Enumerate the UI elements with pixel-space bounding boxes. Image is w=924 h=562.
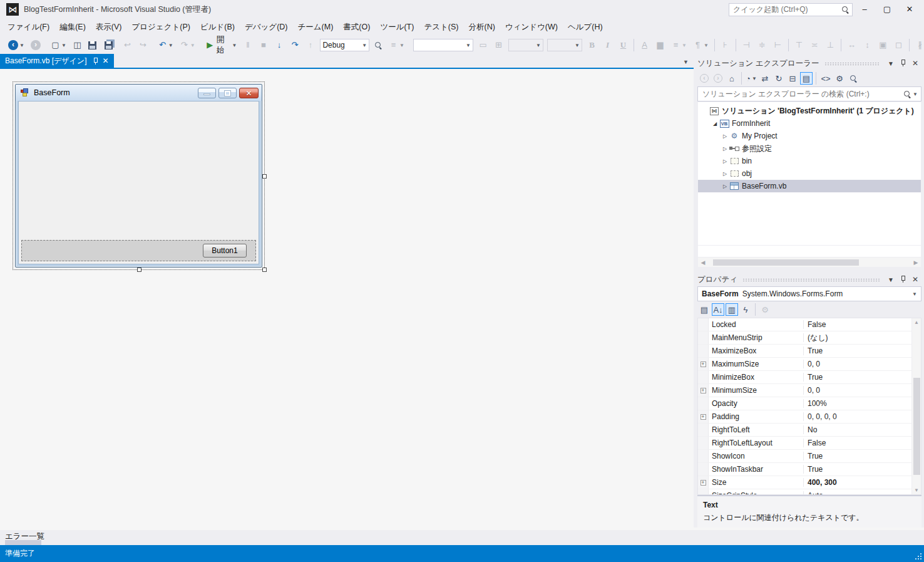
prop-row-maximizebox[interactable]: MaximizeBoxTrue bbox=[698, 345, 921, 358]
tree-item-project-forminherit[interactable]: ◢VBFormInherit bbox=[698, 117, 921, 130]
menu-format[interactable]: 書式(O) bbox=[338, 19, 375, 35]
prop-value[interactable]: False bbox=[804, 320, 921, 329]
uncomment-button[interactable]: ↪ bbox=[136, 38, 150, 52]
prop-row-showicon[interactable]: ShowIconTrue bbox=[698, 450, 921, 463]
window-close-button[interactable]: ✕ bbox=[899, 3, 920, 16]
se-back-button[interactable]: ‹ bbox=[698, 72, 711, 85]
prop-row-opacity[interactable]: Opacity100% bbox=[698, 397, 921, 410]
sync-with-active-document-button[interactable]: ⇄ bbox=[759, 72, 771, 85]
prop-value[interactable]: True bbox=[804, 346, 921, 355]
start-debug-button[interactable]: ▶開始▼ bbox=[203, 35, 240, 55]
tree-item-obj[interactable]: ▷obj bbox=[698, 167, 921, 180]
prop-value[interactable]: True bbox=[804, 452, 921, 461]
prop-row-size[interactable]: +Size400, 300 bbox=[698, 476, 921, 489]
preview-selected-items-button[interactable] bbox=[847, 72, 860, 85]
solution-explorer-hscrollbar[interactable]: ◀ ▶ bbox=[698, 257, 921, 267]
chevron-down-icon[interactable]: ▼ bbox=[362, 43, 367, 48]
form-close-button[interactable]: ✕ bbox=[239, 88, 259, 98]
window-minimize-button[interactable]: – bbox=[854, 3, 875, 16]
new-file-button[interactable]: ▢▼ bbox=[48, 38, 69, 52]
resize-handle-bottom[interactable] bbox=[137, 268, 141, 272]
window-position-dropdown-icon[interactable]: ▼ bbox=[885, 60, 897, 67]
expander-collapsed-icon[interactable]: ▷ bbox=[721, 146, 729, 152]
solution-configuration-combobox[interactable]: Debug▼ bbox=[320, 39, 369, 51]
align-bottom-button[interactable]: ⊥ bbox=[823, 38, 838, 52]
property-grid-vscrollbar[interactable]: ▲ ▼ bbox=[911, 318, 921, 494]
tree-item-solution[interactable]: ⋈ソリューション 'BlogTestFormInherit' (1 プロジェクト… bbox=[698, 105, 921, 117]
prop-row-showintaskbar[interactable]: ShowInTaskbarTrue bbox=[698, 463, 921, 476]
tree-item-bin[interactable]: ▷bin bbox=[698, 155, 921, 167]
window-maximize-button[interactable]: ▢ bbox=[876, 3, 898, 16]
expand-plus-icon[interactable]: + bbox=[701, 362, 706, 367]
properties-wrench-button[interactable]: ⚙ bbox=[833, 72, 846, 85]
form-maximize-button[interactable] bbox=[218, 88, 237, 98]
save-button[interactable] bbox=[86, 39, 99, 51]
step-into-button[interactable]: ↓ bbox=[272, 38, 286, 52]
prop-value[interactable]: 0, 0 bbox=[804, 386, 921, 395]
same-size-button[interactable]: ▣ bbox=[876, 38, 890, 52]
chevron-down-icon[interactable]: ▼ bbox=[190, 43, 195, 48]
chevron-down-icon[interactable]: ▼ bbox=[536, 43, 541, 48]
align-left-button[interactable]: ⊣ bbox=[739, 38, 754, 52]
tree-item-my-project[interactable]: ▷⚙My Project bbox=[698, 130, 921, 142]
menu-build[interactable]: ビルド(B) bbox=[195, 19, 240, 35]
events-button[interactable]: ϟ bbox=[739, 303, 752, 316]
menu-team[interactable]: チーム(M) bbox=[292, 19, 338, 35]
format-zoom-combobox[interactable]: ▼ bbox=[547, 39, 582, 51]
comment-out-button[interactable]: ↩ bbox=[120, 38, 135, 52]
menu-tools[interactable]: ツール(T) bbox=[375, 19, 419, 35]
categorized-button[interactable]: ▤ bbox=[698, 303, 711, 316]
navigate-backward-button[interactable]: ‹▼ bbox=[6, 38, 27, 52]
scroll-right-arrow-icon[interactable]: ▶ bbox=[911, 259, 921, 266]
hscroll-thumb[interactable] bbox=[713, 259, 859, 266]
tree-item-references[interactable]: ▷参照設定 bbox=[698, 142, 921, 155]
step-out-button[interactable]: ↑ bbox=[303, 38, 317, 52]
prop-row-minimizebox[interactable]: MinimizeBoxTrue bbox=[698, 371, 921, 384]
menu-help[interactable]: ヘルプ(H) bbox=[563, 19, 608, 35]
menu-view[interactable]: 表示(V) bbox=[91, 19, 127, 35]
same-width-button[interactable]: ↔ bbox=[844, 38, 859, 52]
pin-icon[interactable] bbox=[93, 57, 98, 65]
align-center-button[interactable]: ≑ bbox=[755, 38, 769, 52]
horizontal-spacing-button[interactable]: ∦▼ bbox=[913, 38, 924, 52]
prop-value[interactable]: 400, 300 bbox=[804, 478, 921, 487]
navigate-forward-button[interactable]: › bbox=[28, 38, 43, 52]
prop-value[interactable]: False bbox=[804, 439, 921, 447]
prop-value[interactable]: 100% bbox=[804, 399, 921, 408]
find-in-files-button[interactable] bbox=[372, 39, 385, 51]
selection-margin-button[interactable]: ▭ bbox=[476, 38, 490, 52]
prop-row-minimumsize[interactable]: +MinimumSize0, 0 bbox=[698, 384, 921, 397]
prop-row-locked[interactable]: LockedFalse bbox=[698, 318, 921, 331]
prop-row-righttoleft[interactable]: RightToLeftNo bbox=[698, 424, 921, 437]
open-file-button[interactable]: ◫ bbox=[70, 38, 85, 52]
solution-explorer-header[interactable]: ソリューション エクスプローラー ▼ ✕ bbox=[697, 56, 921, 70]
undo-button[interactable]: ↶▼ bbox=[155, 38, 176, 52]
find-options-button[interactable]: ≡▼ bbox=[386, 38, 407, 52]
refresh-button[interactable]: ↻ bbox=[773, 72, 785, 85]
chevron-down-icon[interactable]: ▼ bbox=[19, 43, 24, 48]
anchor-button[interactable]: ⊦ bbox=[718, 38, 732, 52]
align-right-button[interactable]: ⊢ bbox=[771, 38, 785, 52]
quick-launch-box[interactable] bbox=[729, 3, 853, 16]
prop-value[interactable]: 0, 0, 0, 0 bbox=[804, 412, 921, 421]
same-height-button[interactable]: ↕ bbox=[860, 38, 875, 52]
chevron-down-icon[interactable]: ▼ bbox=[61, 43, 66, 48]
show-all-files-button[interactable]: ▤ bbox=[800, 72, 813, 85]
alphabetical-button[interactable]: A↓ bbox=[712, 303, 724, 316]
expand-plus-icon[interactable]: + bbox=[701, 388, 706, 393]
solution-explorer-search-box[interactable]: ▼ bbox=[697, 86, 921, 101]
menu-debug[interactable]: デバッグ(D) bbox=[240, 19, 293, 35]
designer-form[interactable]: BaseForm ✕ Button1 bbox=[15, 84, 262, 268]
se-forward-button[interactable]: › bbox=[712, 72, 724, 85]
resize-handle-bottom-right[interactable] bbox=[262, 268, 267, 272]
chevron-down-icon[interactable]: ▼ bbox=[168, 43, 173, 48]
format-font-combobox[interactable]: ▼ bbox=[413, 39, 473, 51]
expand-plus-icon[interactable]: + bbox=[701, 480, 706, 486]
menu-window[interactable]: ウィンドウ(W) bbox=[500, 19, 563, 35]
redo-button[interactable]: ↷▼ bbox=[177, 38, 198, 52]
chevron-down-icon[interactable]: ▼ bbox=[682, 43, 687, 48]
tab-baseform-design[interactable]: BaseForm.vb [デザイン] ✕ bbox=[0, 54, 114, 68]
chevron-down-icon[interactable]: ▼ bbox=[232, 43, 237, 48]
scroll-left-arrow-icon[interactable]: ◀ bbox=[698, 259, 708, 266]
property-pages-wrench-button[interactable]: ⚙ bbox=[759, 303, 771, 316]
